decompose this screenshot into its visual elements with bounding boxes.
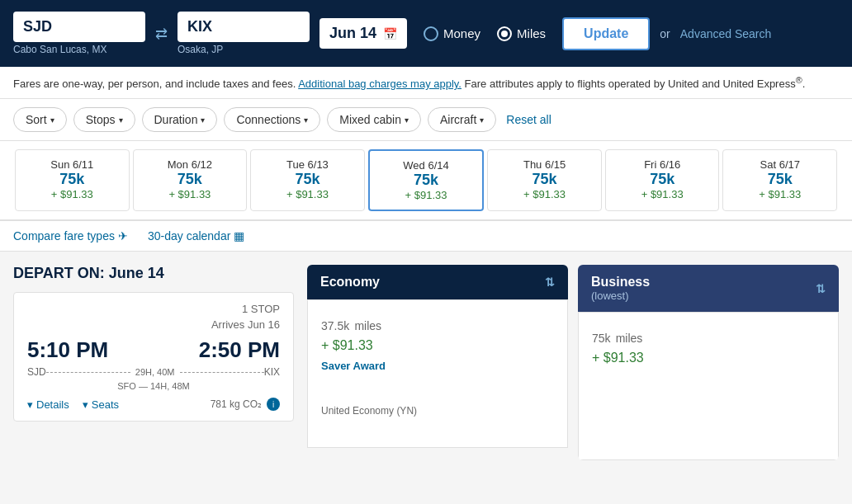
money-radio[interactable]: Money (424, 26, 480, 41)
or-text: or (660, 27, 670, 40)
date-card-0[interactable]: Sun 6/11 75k + $91.33 (15, 149, 130, 211)
seats-link[interactable]: ▾ Seats (83, 398, 119, 411)
left-panel: DEPART ON: June 14 1 STOP Arrives Jun 16… (13, 265, 294, 460)
sort-label: Sort (26, 113, 47, 126)
economy-sort-icon[interactable]: ⇅ (545, 276, 555, 289)
date-card-3[interactable]: Wed 6/14 75k + $91.33 (368, 149, 485, 211)
date-day: Mon 6/12 (140, 158, 240, 171)
sort-chevron-icon: ▾ (50, 115, 54, 125)
info-text: Fares are one-way, per person, and inclu… (13, 78, 296, 90)
economy-miles: 37.5k miles (321, 313, 554, 335)
date-fee: + $91.33 (495, 188, 594, 200)
bag-charges-link[interactable]: Additional bag charges may apply. (298, 78, 462, 90)
economy-fee: + $91.33 (321, 338, 554, 353)
info-text2: Fare attributes apply to flights operate… (465, 78, 796, 90)
duration-filter[interactable]: Duration ▾ (142, 107, 218, 132)
stops-label: Stops (86, 113, 116, 126)
radio-group: Money Miles (424, 26, 546, 41)
date-fee: + $91.33 (22, 188, 122, 200)
date-day: Fri 6/16 (613, 158, 712, 171)
miles-radio[interactable]: Miles (497, 26, 546, 41)
date-card-1[interactable]: Mon 6/12 75k + $91.33 (133, 149, 248, 211)
compare-bar: Compare fare types ✈ 30-day calendar ▦ (0, 221, 852, 252)
stops-label: 1 STOP (27, 303, 280, 315)
stops-filter[interactable]: Stops ▾ (73, 107, 135, 132)
business-header: Business (lowest) ⇅ (578, 265, 839, 312)
arrive-time: 2:50 PM (199, 337, 280, 363)
business-title-group: Business (lowest) (591, 275, 650, 302)
date-fee: + $91.33 (613, 188, 712, 200)
date-miles: 75k (495, 171, 594, 188)
money-radio-circle (424, 26, 438, 41)
date-card-2[interactable]: Tue 6/13 75k + $91.33 (250, 149, 365, 211)
update-button[interactable]: Update (562, 17, 650, 50)
flight-card: 1 STOP Arrives Jun 16 5:10 PM 2:50 PM SJ… (13, 292, 294, 422)
flight-route: SJD 29H, 40M KIX (27, 366, 280, 378)
route-line: 29H, 40M (46, 367, 264, 377)
business-subheader: (lowest) (591, 290, 650, 302)
depart-label: DEPART ON: June 14 (13, 265, 294, 282)
date-card-5[interactable]: Fri 6/16 75k + $91.33 (605, 149, 720, 211)
date-day: Wed 6/14 (376, 159, 476, 172)
miles-label: Miles (517, 26, 546, 40)
duration-text: 29H, 40M (135, 367, 175, 377)
origin-wrapper: Cabo San Lucas, MX (13, 12, 145, 55)
mixed-cabin-label: Mixed cabin (339, 113, 401, 126)
flight-card-bottom: ▾ Details ▾ Seats 781 kg CO₂ i (27, 398, 280, 411)
aircraft-chevron-icon: ▾ (480, 115, 484, 125)
calendar-link[interactable]: 30-day calendar ▦ (148, 229, 244, 243)
date-fee: + $91.33 (376, 189, 476, 201)
date-miles: 75k (730, 171, 830, 188)
mixed-cabin-chevron-icon: ▾ (405, 115, 409, 125)
advanced-search-link[interactable]: Advanced Search (680, 27, 772, 40)
depart-time: 5:10 PM (27, 337, 108, 363)
business-title: Business (591, 275, 650, 290)
miles-radio-dot (501, 31, 508, 37)
origin-label: Cabo San Lucas, MX (13, 42, 145, 55)
date-miles: 75k (22, 171, 122, 188)
date-miles: 75k (258, 171, 357, 188)
sort-filter[interactable]: Sort ▾ (13, 107, 67, 132)
dest-input[interactable] (178, 12, 310, 42)
connections-filter[interactable]: Connections ▾ (224, 107, 320, 132)
business-sort-icon[interactable]: ⇅ (816, 282, 826, 295)
mixed-cabin-filter[interactable]: Mixed cabin ▾ (327, 107, 421, 132)
compare-fare-types-link[interactable]: Compare fare types ✈ (13, 229, 128, 243)
business-panel: Business (lowest) ⇅ 75k miles + $91.33 (578, 265, 839, 460)
swap-icon[interactable]: ⇄ (155, 25, 168, 43)
economy-body[interactable]: 37.5k miles + $91.33 Saver Award United … (307, 299, 568, 448)
origin-input[interactable] (13, 12, 145, 42)
date-wrapper[interactable]: Jun 14 📅 (320, 18, 407, 49)
date-miles: 75k (140, 171, 240, 188)
co2-info: 781 kg CO₂ i (211, 398, 280, 411)
miles-radio-circle (497, 26, 512, 41)
plane-icon: ✈ (118, 229, 128, 243)
date-fee: + $91.33 (730, 188, 830, 200)
date-card-4[interactable]: Thu 6/15 75k + $91.33 (487, 149, 602, 211)
date-fee: + $91.33 (140, 188, 240, 200)
date-selector: Sun 6/11 75k + $91.33 Mon 6/12 75k + $91… (0, 141, 852, 221)
reset-all-link[interactable]: Reset all (506, 113, 551, 126)
economy-title: Economy (320, 275, 380, 290)
dashed-line-left (46, 372, 130, 373)
calendar-label: 30-day calendar (148, 229, 230, 243)
seats-chevron-icon: ▾ (83, 398, 88, 411)
links-group: ▾ Details ▾ Seats (27, 398, 119, 411)
details-label: Details (36, 398, 69, 411)
co2-info-icon[interactable]: i (267, 398, 280, 411)
co2-value: 781 kg CO₂ (211, 398, 262, 410)
date-day: Tue 6/13 (258, 158, 357, 171)
details-link[interactable]: ▾ Details (27, 398, 69, 411)
economy-header: Economy ⇅ (307, 265, 568, 299)
date-card-6[interactable]: Sat 6/17 75k + $91.33 (722, 149, 837, 211)
dest-label: Osaka, JP (178, 42, 310, 55)
calendar-icon: 📅 (383, 27, 397, 40)
compare-label: Compare fare types (13, 229, 115, 243)
seats-label: Seats (92, 398, 119, 411)
aircraft-filter[interactable]: Aircraft ▾ (428, 107, 496, 132)
business-body[interactable]: 75k miles + $91.33 (578, 312, 839, 460)
route-dest: KIX (264, 366, 280, 378)
chevron-down-icon: ▾ (27, 398, 33, 411)
grid-icon: ▦ (234, 229, 244, 243)
connections-label: Connections (236, 113, 301, 126)
